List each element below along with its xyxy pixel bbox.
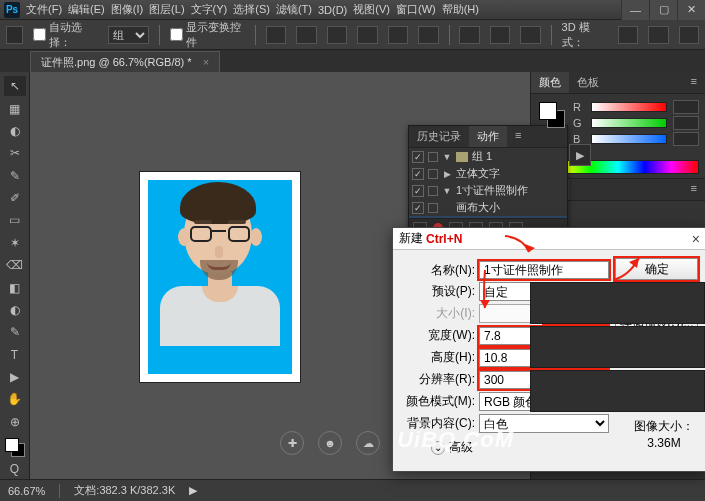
mode3d-btn-1[interactable]	[618, 26, 638, 44]
auto-select-checkbox[interactable]: 自动选择：	[33, 20, 98, 50]
tab-actions[interactable]: 动作	[469, 126, 507, 147]
menu-edit[interactable]: 编辑(E)	[68, 2, 105, 17]
tool-marquee[interactable]: ▦	[4, 98, 26, 118]
menu-layer[interactable]: 图层(L)	[149, 2, 184, 17]
tool-lasso[interactable]: ◐	[4, 121, 26, 141]
distribute-btn-2[interactable]	[490, 26, 510, 44]
dialog-titlebar[interactable]: 新建 Ctrl+N ×	[393, 228, 705, 250]
tool-crop[interactable]: ✂	[4, 143, 26, 163]
action-row[interactable]: ✓▼1寸证件照制作	[409, 182, 567, 199]
watermark-brand: UiBQ.CoM	[397, 427, 514, 453]
tool-dodge[interactable]: ◐	[4, 300, 26, 320]
play-button-side[interactable]: ▶	[569, 144, 591, 166]
auto-select-dropdown[interactable]: 组	[108, 26, 149, 44]
options-bar: 自动选择： 组 显示变换控件 3D 模式：	[0, 20, 705, 50]
tool-eyedropper[interactable]: ✎	[4, 166, 26, 186]
panel-menu-icon[interactable]: ≡	[683, 179, 705, 200]
overlay-icon: ✚	[280, 431, 304, 455]
portrait-illustration	[160, 180, 280, 374]
align-btn-6[interactable]	[418, 26, 438, 44]
tab-swatches[interactable]: 色板	[569, 72, 607, 93]
separator	[551, 25, 552, 45]
align-btn-4[interactable]	[357, 26, 377, 44]
menu-image[interactable]: 图像(I)	[111, 2, 143, 17]
align-btn-1[interactable]	[266, 26, 286, 44]
quick-mask[interactable]: Q	[4, 459, 26, 479]
status-menu-icon[interactable]: ▶	[189, 484, 197, 497]
zoom-level[interactable]: 66.67%	[8, 485, 45, 497]
tab-history[interactable]: 历史记录	[409, 126, 469, 147]
menu-window[interactable]: 窗口(W)	[396, 2, 436, 17]
document-tab-strip: 证件照.png @ 66.7%(RGB/8) * ×	[0, 50, 705, 72]
slider-g[interactable]: G	[573, 116, 699, 130]
id-photo	[140, 172, 300, 382]
separator	[255, 25, 256, 45]
mode3d-btn-2[interactable]	[648, 26, 668, 44]
document-tab-title: 证件照.png @ 66.7%(RGB/8) *	[41, 56, 192, 68]
canvas-area[interactable]: 历史记录 动作 ≡ ✓▼组 1 ✓▶立体文字 ✓▼1寸证件照制作 ✓画布大小 ✓…	[30, 72, 530, 479]
tool-eraser[interactable]: ⌫	[4, 255, 26, 275]
menu-file[interactable]: 文件(F)	[26, 2, 62, 17]
action-row[interactable]: ✓画布大小	[409, 199, 567, 216]
transform-controls-label: 显示变换控件	[186, 20, 245, 50]
menu-view[interactable]: 视图(V)	[353, 2, 390, 17]
align-btn-2[interactable]	[296, 26, 316, 44]
ok-button[interactable]: 确定	[615, 258, 698, 280]
tool-move[interactable]: ↖	[4, 76, 26, 96]
label-name: 名称(N):	[401, 262, 479, 279]
tool-healing[interactable]: ✶	[4, 233, 26, 253]
tool-stamp[interactable]: ▭	[4, 210, 26, 230]
action-row[interactable]: ✓▼组 1	[409, 148, 567, 165]
document-tab-close[interactable]: ×	[203, 56, 209, 68]
panel-stub[interactable]	[530, 326, 705, 368]
panel-stub[interactable]	[530, 370, 705, 412]
tool-text[interactable]: T	[4, 345, 26, 365]
align-btn-3[interactable]	[327, 26, 347, 44]
distribute-btn-3[interactable]	[520, 26, 540, 44]
menu-filter[interactable]: 滤镜(T)	[276, 2, 312, 17]
input-name[interactable]	[479, 261, 609, 279]
panel-menu-icon[interactable]: ≡	[507, 126, 529, 147]
menu-3d[interactable]: 3D(D)	[318, 4, 347, 16]
move-tool-icon[interactable]	[6, 26, 23, 44]
label-res: 分辨率(R):	[401, 371, 479, 388]
dialog-title: 新建	[399, 230, 423, 247]
window-minimize[interactable]: —	[621, 0, 649, 20]
slider-r[interactable]: R	[573, 100, 699, 114]
action-row[interactable]: ✓▶立体文字	[409, 165, 567, 182]
tool-gradient[interactable]: ◧	[4, 277, 26, 297]
align-btn-5[interactable]	[388, 26, 408, 44]
doc-info[interactable]: 文档:382.3 K/382.3K	[74, 483, 175, 498]
tab-color[interactable]: 颜色	[531, 72, 569, 93]
workspace: ↖ ▦ ◐ ✂ ✎ ✐ ▭ ✶ ⌫ ◧ ◐ ✎ T ▶ ✋ ⊕ Q	[0, 72, 705, 479]
tool-pen[interactable]: ✎	[4, 322, 26, 342]
panel-stub[interactable]	[530, 282, 705, 324]
label-height: 高度(H):	[401, 349, 479, 366]
window-maximize[interactable]: ▢	[649, 0, 677, 20]
separator	[159, 25, 160, 45]
tool-zoom[interactable]: ⊕	[4, 412, 26, 432]
mode3d-btn-3[interactable]	[679, 26, 699, 44]
menu-help[interactable]: 帮助(H)	[442, 2, 479, 17]
menubar: Ps 文件(F) 编辑(E) 图像(I) 图层(L) 文字(Y) 选择(S) 滤…	[0, 0, 705, 20]
panel-menu-icon[interactable]: ≡	[683, 72, 705, 93]
transform-controls-checkbox[interactable]: 显示变换控件	[170, 20, 245, 50]
label-width: 宽度(W):	[401, 327, 479, 344]
menu-select[interactable]: 选择(S)	[233, 2, 270, 17]
tool-hand[interactable]: ✋	[4, 389, 26, 409]
distribute-btn-1[interactable]	[459, 26, 479, 44]
status-bar: 66.67% 文档:382.3 K/382.3K ▶	[0, 479, 705, 501]
label-colormode: 颜色模式(M):	[401, 393, 479, 410]
photo-background	[148, 180, 292, 374]
dialog-close-icon[interactable]: ×	[692, 231, 700, 247]
fgbg-swatch[interactable]	[539, 102, 565, 128]
document-tab[interactable]: 证件照.png @ 66.7%(RGB/8) * ×	[30, 51, 220, 72]
toolbox: ↖ ▦ ◐ ✂ ✎ ✐ ▭ ✶ ⌫ ◧ ◐ ✎ T ▶ ✋ ⊕ Q	[0, 72, 30, 479]
tool-brush[interactable]: ✐	[4, 188, 26, 208]
color-swatch[interactable]	[5, 438, 25, 457]
window-close[interactable]: ✕	[677, 0, 705, 20]
tool-path[interactable]: ▶	[4, 367, 26, 387]
menu-type[interactable]: 文字(Y)	[191, 2, 228, 17]
overlay-icon: ☻	[318, 431, 342, 455]
slider-b[interactable]: B	[573, 132, 699, 146]
